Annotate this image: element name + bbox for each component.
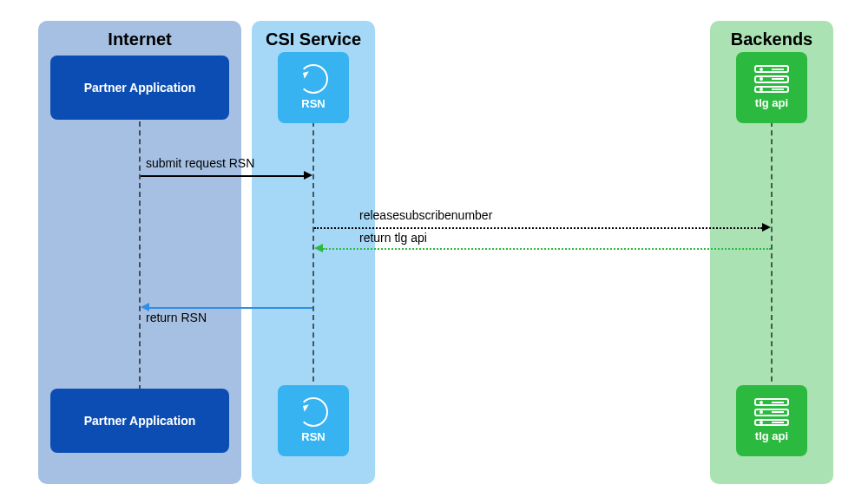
cycle-icon [299, 64, 328, 94]
lifeline-rsn [312, 121, 314, 390]
lifeline-tlg [771, 121, 773, 390]
node-rsn-top-label: RSN [301, 97, 325, 111]
arrow-return-tlg-api-label: return tlg api [359, 231, 427, 245]
cycle-icon [299, 397, 328, 427]
arrow-releasesubscribenumber-label: releasesubscribenumber [359, 208, 492, 222]
node-tlg-api-top: tlg api [736, 52, 807, 123]
node-rsn-top: RSN [278, 52, 349, 123]
node-tlg-bottom-label: tlg api [755, 429, 788, 443]
server-icon [754, 398, 789, 426]
server-icon [754, 65, 789, 93]
lifeline-partner [139, 121, 141, 390]
node-partner-application-top: Partner Application [50, 56, 229, 120]
node-rsn-bottom: RSN [278, 385, 349, 456]
node-partner-application-bottom: Partner Application [50, 389, 229, 453]
lane-backends-title: Backends [710, 29, 833, 49]
diagram-canvas: Internet CSI Service Backends Partner Ap… [0, 0, 855, 504]
lane-csi-title: CSI Service [252, 29, 375, 49]
arrow-return-rsn-label: return RSN [146, 311, 207, 324]
arrow-submit-request-rsn-label: submit request RSN [146, 156, 254, 170]
node-partner-bottom-label: Partner Application [84, 414, 196, 429]
node-partner-top-label: Partner Application [84, 81, 196, 95]
node-tlg-top-label: tlg api [755, 96, 788, 110]
node-tlg-api-bottom: tlg api [736, 385, 807, 456]
node-rsn-bottom-label: RSN [301, 430, 325, 444]
lane-internet-title: Internet [38, 29, 241, 49]
